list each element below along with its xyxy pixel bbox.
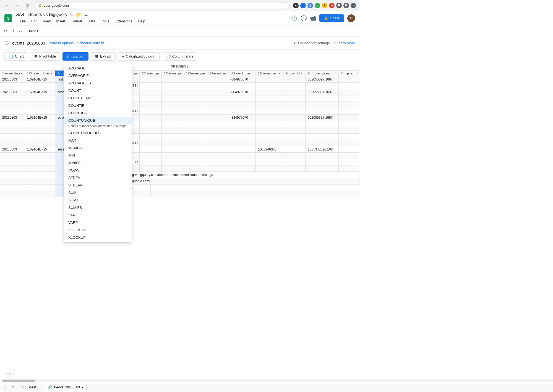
fn-stdevp[interactable]: STDEVP [64, 181, 132, 189]
cell-r4-c12[interactable] [283, 95, 306, 102]
cell-r12-time[interactable]: 1.69104E+15 [25, 146, 55, 152]
cell-r4-date[interactable] [0, 95, 25, 102]
cell-r5-c12[interactable] [283, 102, 306, 108]
cell-r4-c7[interactable] [162, 95, 184, 102]
url-bar[interactable]: 🔒 docs.google.com [34, 2, 290, 9]
cell-r13-c10[interactable] [228, 153, 256, 159]
cell-r7-c13[interactable]: 662055397.1697 [306, 115, 339, 121]
cell-r13-c9[interactable] [206, 153, 228, 159]
cell-extra3-time[interactable] [25, 185, 55, 191]
cell-r4-c13[interactable] [306, 95, 339, 102]
col-event-par3[interactable]: 123 event_par: ▼ [140, 71, 162, 76]
cell-r8-c8[interactable] [184, 121, 206, 127]
cell-r13-date[interactable] [0, 153, 25, 159]
cell-r11-c6[interactable] [140, 140, 162, 146]
cell-r15-c9[interactable] [206, 165, 228, 172]
cell-r8-time[interactable] [25, 121, 55, 127]
comment-icon[interactable]: 💬 [301, 15, 307, 21]
fn-countunique[interactable]: COUNTUNIQUE [64, 117, 132, 124]
cell-r5-date[interactable] [0, 102, 25, 108]
cell-r6-c12[interactable] [283, 108, 306, 114]
cell-extra4-time[interactable] [25, 191, 55, 197]
cell-extra4-date[interactable] [0, 191, 25, 197]
learn-more-link[interactable]: ℹ Learn more [334, 41, 355, 45]
cell-r12-c9[interactable] [206, 146, 228, 152]
cell-r2-c8[interactable] [184, 83, 206, 89]
col-event-bun[interactable]: 123 event_bun: ▼ [228, 71, 256, 76]
cell-r11-c13[interactable] [306, 140, 339, 146]
cell-r9-c14[interactable] [339, 127, 359, 133]
fn-max[interactable]: MAX [64, 137, 132, 144]
cell-r3-c13[interactable]: 662055397.1697 [306, 89, 339, 95]
cell-r1-c10[interactable]: -884976070 [228, 76, 256, 82]
chart-button[interactable]: 📊 Chart [4, 52, 28, 61]
cell-r8-c10[interactable] [228, 121, 256, 127]
fn-xlookup[interactable]: XLOOKUP [64, 234, 132, 241]
fn-averageifs[interactable]: AVERAGEIFS [64, 79, 132, 87]
cell-r10-c7[interactable] [162, 134, 184, 140]
cell-r9-date[interactable] [0, 127, 25, 133]
cell-r4-c8[interactable] [184, 95, 206, 102]
menu-tools[interactable]: Tools [98, 18, 111, 24]
cell-r1-c11[interactable] [256, 76, 283, 82]
cell-r9-c7[interactable] [162, 127, 184, 133]
history-icon[interactable]: 🕐 [291, 15, 297, 21]
fn-rows[interactable]: ROWS [64, 167, 132, 174]
cell-r5-c10[interactable] [228, 102, 256, 108]
cell-r8-c12[interactable] [283, 121, 306, 127]
cell-r11-c12[interactable] [283, 140, 306, 146]
menu-view[interactable]: View [41, 18, 53, 24]
cell-r12-c7[interactable] [162, 146, 184, 152]
cell-r10-c8[interactable] [184, 134, 206, 140]
cell-r1-c6[interactable] [140, 76, 162, 82]
cell-extra2-time[interactable] [25, 178, 55, 184]
menu-extensions[interactable]: Extensions [113, 18, 135, 24]
col-event-pre[interactable]: 123 event_pre: ▼ [184, 71, 206, 76]
cell-page-referrer-val[interactable]: https://www.google.com/ [112, 178, 359, 184]
cell-r15-c8[interactable] [184, 165, 206, 172]
cell-r5-time[interactable] [25, 102, 55, 108]
cell-r4-c10[interactable] [228, 95, 256, 102]
cell-r13-c6[interactable] [140, 153, 162, 159]
cell-r14-c9[interactable] [206, 159, 228, 165]
column-stats-button[interactable]: 📈 Column stats [162, 52, 197, 61]
cell-r12-c12[interactable] [283, 146, 306, 152]
ext-icon-3[interactable]: G [307, 3, 313, 8]
cell-r11-c8[interactable] [184, 140, 206, 146]
fn-maxifs[interactable]: MAXIFS [64, 144, 132, 152]
cell-r1-time[interactable]: 1.69104E+15 [25, 76, 55, 82]
cell-r3-c6[interactable] [140, 89, 162, 95]
cell-r14-c11[interactable] [256, 159, 283, 165]
cell-r4-c6[interactable] [140, 95, 162, 102]
cell-r12-c6[interactable] [140, 146, 162, 152]
print-button[interactable]: 🖨 [17, 28, 24, 34]
cell-r3-date[interactable]: 20230803 [0, 89, 25, 95]
cell-r9-c11[interactable] [256, 127, 283, 133]
cell-r2-c7[interactable] [162, 83, 184, 89]
cell-r4-c9[interactable] [206, 95, 228, 102]
cell-r9-c9[interactable] [206, 127, 228, 133]
cell-r14-c10[interactable] [228, 159, 256, 165]
ext-icon-8[interactable]: ⊞ [343, 3, 349, 8]
cell-r1-c12[interactable] [283, 76, 306, 82]
extract-button[interactable]: ▦ Extract [91, 52, 115, 61]
cell-r11-date[interactable] [0, 140, 25, 146]
col-user-id[interactable]: Tr user_id ▼ [283, 71, 306, 76]
cell-r5-c11[interactable] [256, 102, 283, 108]
pivot-table-button[interactable]: ⊞ Pivot table [30, 52, 60, 61]
fn-sumif[interactable]: SUMIF [64, 196, 132, 204]
cell-r6-date[interactable] [0, 108, 25, 114]
cell-r14-c14[interactable] [339, 159, 359, 165]
cell-r3-c14[interactable] [339, 89, 359, 95]
ext-icon-9[interactable]: ⊐ [351, 3, 356, 8]
fn-varp[interactable]: VARP [64, 219, 132, 226]
cell-r1-c7[interactable] [162, 76, 184, 82]
schedule-refresh-link[interactable]: Schedule refresh [77, 41, 104, 45]
cell-r6-c6[interactable] [140, 108, 162, 114]
cell-r1-c13[interactable]: 662055397.1697 [306, 76, 339, 82]
fn-countif[interactable]: COUNTIF [64, 102, 132, 109]
cell-r6-c11[interactable] [256, 108, 283, 114]
cell-r6-c7[interactable] [162, 108, 184, 114]
col-event-val[interactable]: 123 event_val: ▼ [206, 71, 228, 76]
cell-r11-c9[interactable] [206, 140, 228, 146]
